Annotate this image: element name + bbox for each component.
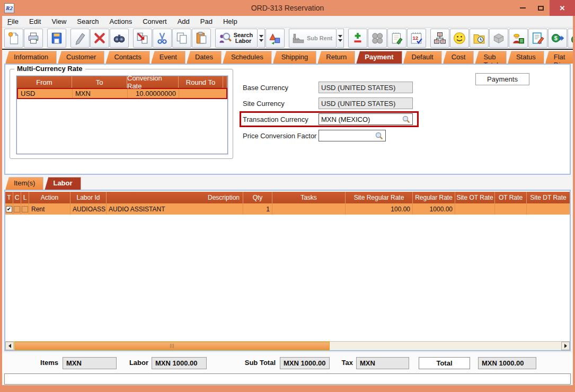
copy-button[interactable] — [172, 29, 191, 48]
sub-rent-button[interactable]: Sub Rent — [289, 29, 337, 48]
folder-history-button[interactable] — [470, 29, 489, 48]
close-button[interactable]: ✕ — [550, 0, 575, 16]
edit-document-button[interactable] — [528, 29, 547, 48]
col-conversion-rate[interactable]: Conversion Rate — [127, 76, 179, 88]
tab-items[interactable]: Item(s) — [5, 177, 43, 190]
price-conversion-factor-input[interactable] — [321, 132, 383, 140]
cell-regular-rate: 1000.00 — [413, 203, 455, 215]
t-checkbox[interactable]: ✔ — [6, 206, 12, 212]
pencil-icon — [73, 31, 87, 45]
tab-labor[interactable]: Labor — [45, 177, 81, 190]
tab-default[interactable]: Default — [403, 51, 442, 64]
print-button[interactable] — [24, 29, 43, 48]
package-box-icon — [492, 31, 506, 45]
delete-button[interactable] — [90, 29, 109, 48]
search-lookup-icon[interactable] — [402, 115, 411, 126]
col-site-regular-rate[interactable]: Site Regular Rate — [346, 192, 413, 203]
col-tasks[interactable]: Tasks — [272, 192, 346, 203]
cut-button[interactable] — [153, 29, 172, 48]
col-action[interactable]: Action — [29, 192, 70, 203]
menu-convert[interactable]: Convert — [137, 16, 172, 26]
col-site-ot-rate[interactable]: Site OT Rate — [455, 192, 495, 203]
menu-view[interactable]: View — [46, 16, 72, 26]
scroll-left-button[interactable] — [5, 342, 14, 350]
chevron-down-icon — [338, 35, 342, 38]
col-to[interactable]: To — [72, 76, 127, 88]
l-checkbox[interactable] — [22, 206, 28, 212]
col-ot-rate[interactable]: OT Rate — [495, 192, 527, 203]
search-labor-button[interactable]: Search Labor — [215, 29, 258, 48]
edit-button[interactable] — [70, 29, 90, 48]
maximize-button[interactable] — [532, 0, 550, 16]
crew-button[interactable] — [509, 29, 528, 48]
col-regular-rate[interactable]: Regular Rate — [413, 192, 455, 203]
shapes-button[interactable] — [266, 29, 285, 48]
tab-schedules[interactable]: Schedules — [223, 51, 272, 64]
col-t[interactable]: T — [5, 192, 13, 203]
find-button[interactable] — [110, 29, 129, 48]
add-remove-button[interactable] — [348, 29, 367, 48]
labor-header-row: T C L Action Labor Id Description Qty Ta… — [5, 192, 570, 203]
window-border-left — [0, 16, 2, 392]
spheres-button[interactable] — [368, 29, 387, 48]
window-border-right — [573, 16, 575, 392]
title-bar: R2 ORD-313 Reservation ✕ — [0, 0, 575, 16]
calendar-button[interactable]: 12 — [407, 29, 426, 48]
transaction-currency-field — [319, 113, 413, 125]
col-labor-id[interactable]: Labor Id — [70, 192, 107, 203]
col-from[interactable]: From — [17, 76, 72, 88]
scrollbar-thumb[interactable] — [14, 342, 330, 350]
calendar-icon: 12 — [410, 31, 423, 45]
tax-value: MXN — [356, 357, 409, 369]
tab-sub-total[interactable]: Sub Total — [475, 51, 506, 64]
tab-information[interactable]: Information — [5, 51, 57, 64]
scissors-icon — [155, 31, 169, 45]
col-qty[interactable]: Qty — [243, 192, 272, 203]
transaction-currency-input[interactable] — [321, 115, 410, 123]
notepad-button[interactable] — [387, 29, 406, 48]
tab-payment[interactable]: Payment — [356, 51, 402, 64]
c-checkbox[interactable] — [14, 206, 20, 212]
menu-actions[interactable]: Actions — [104, 16, 138, 26]
sub-rent-dropdown[interactable] — [337, 29, 344, 48]
tab-flat-discounts[interactable]: Flat Discounts — [545, 51, 575, 64]
col-site-dt-rate[interactable]: Site DT Rate — [527, 192, 570, 203]
tab-dates[interactable]: Dates — [187, 51, 222, 64]
col-c[interactable]: C — [13, 192, 21, 203]
tab-status[interactable]: Status — [508, 51, 544, 64]
scroll-right-button[interactable] — [561, 342, 570, 350]
new-document-button[interactable] — [4, 29, 23, 48]
tab-customer[interactable]: Customer — [58, 51, 104, 64]
tax-label: Tax — [320, 359, 353, 367]
tab-cost[interactable]: Cost — [443, 51, 474, 64]
payments-button[interactable]: Payments — [475, 73, 529, 85]
menu-add[interactable]: Add — [172, 16, 195, 26]
labor-row[interactable]: ✔ Rent AUDIOASSI... AUDIO ASSISTANT 1 10… — [5, 203, 570, 215]
total-button[interactable]: Total — [419, 357, 470, 369]
menu-help[interactable]: Help — [218, 16, 243, 26]
smiley-button[interactable] — [450, 29, 469, 48]
package-button[interactable] — [489, 29, 508, 48]
search-lookup-icon[interactable] — [375, 131, 384, 142]
tab-shipping[interactable]: Shipping — [273, 51, 317, 64]
col-description[interactable]: Description — [107, 192, 243, 203]
menu-pad[interactable]: Pad — [195, 16, 218, 26]
org-chart-button[interactable] — [430, 29, 449, 48]
menu-file[interactable]: File — [2, 16, 24, 26]
save-button[interactable] — [47, 29, 66, 48]
col-round-to[interactable]: Round To — [179, 76, 223, 88]
tab-event[interactable]: Event — [151, 51, 185, 64]
currency-rate-row[interactable]: USD MXN 10.00000000 — [17, 88, 227, 99]
col-l[interactable]: L — [21, 192, 29, 203]
copy-icon — [175, 31, 189, 45]
menu-search[interactable]: Search — [72, 16, 104, 26]
menu-edit[interactable]: Edit — [24, 16, 46, 26]
dollar-forward-button[interactable]: $ — [548, 29, 567, 48]
tab-contacts[interactable]: Contacts — [105, 51, 149, 64]
paste-button[interactable] — [192, 29, 211, 48]
tab-return[interactable]: Return — [317, 51, 355, 64]
horizontal-scrollbar[interactable] — [5, 341, 570, 350]
transfer-document-button[interactable] — [133, 29, 152, 48]
minimize-button[interactable] — [514, 0, 532, 16]
search-labor-dropdown[interactable] — [258, 29, 265, 48]
